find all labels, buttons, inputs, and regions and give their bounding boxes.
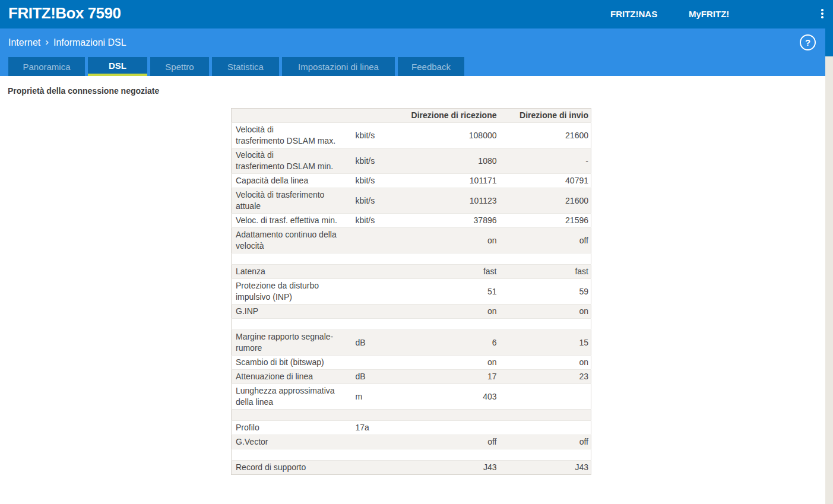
row-send-value: 23 xyxy=(497,370,591,384)
spacer-cell xyxy=(232,319,591,330)
row-label: Attenuazione di linea xyxy=(232,370,351,384)
table-spacer-row xyxy=(232,319,591,330)
row-unit: kbit/s xyxy=(351,174,404,188)
row-label: Protezione da disturbo impulsivo (INP) xyxy=(232,279,351,305)
row-receive-value xyxy=(404,421,497,435)
row-unit: dB xyxy=(351,330,404,356)
row-unit xyxy=(351,435,404,449)
row-send-value: fast xyxy=(497,265,591,279)
app-header: FRITZ!Box 7590 FRITZ!NAS MyFRITZ! xyxy=(0,0,833,28)
row-label: G.Vector xyxy=(232,435,351,449)
row-send-value: - xyxy=(497,148,591,174)
row-unit: m xyxy=(351,384,404,410)
row-send-value: off xyxy=(497,435,591,449)
tab-impostazioni-di-linea[interactable]: Impostazioni di linea xyxy=(282,57,395,76)
table-row: Veloc. di trasf. effettiva min.kbit/s378… xyxy=(232,214,591,228)
table-row: G.INPonon xyxy=(232,305,591,319)
row-receive-value: 37896 xyxy=(404,214,497,228)
subheader: Internet › Informazioni DSL ? Panoramica… xyxy=(0,28,825,76)
row-receive-value: on xyxy=(404,228,497,253)
tab-statistica[interactable]: Statistica xyxy=(212,57,279,76)
breadcrumb-page: Informazioni DSL xyxy=(53,37,126,48)
row-unit: kbit/s xyxy=(351,148,404,174)
spacer-cell xyxy=(232,410,591,421)
row-label: Margine rapporto segnale-rumore xyxy=(232,330,351,356)
table-row: Scambio di bit (bitswap)onon xyxy=(232,356,591,370)
table-spacer-row xyxy=(232,449,591,461)
row-label: Velocità di trasferimento DSLAM max. xyxy=(232,123,351,148)
column-header-send: Direzione di invio xyxy=(497,109,591,123)
breadcrumb: Internet › Informazioni DSL xyxy=(8,28,126,56)
row-receive-value: 1080 xyxy=(404,148,497,174)
row-receive-value: 6 xyxy=(404,330,497,356)
header-unit-col xyxy=(351,109,404,123)
row-unit xyxy=(351,228,404,253)
row-unit xyxy=(351,279,404,305)
row-send-value xyxy=(497,384,591,410)
row-unit: dB xyxy=(351,370,404,384)
app-title: FRITZ!Box 7590 xyxy=(8,4,121,23)
row-receive-value: J43 xyxy=(404,461,497,475)
table-row: Capacità della lineakbit/s10117140791 xyxy=(232,174,591,188)
row-send-value: J43 xyxy=(497,461,591,475)
table-row: Latenzafastfast xyxy=(232,265,591,279)
row-send-value: 15 xyxy=(497,330,591,356)
row-receive-value: off xyxy=(404,435,497,449)
row-unit xyxy=(351,356,404,370)
row-receive-value: 108000 xyxy=(404,123,497,148)
row-receive-value: 51 xyxy=(404,279,497,305)
table-row: Profilo17a xyxy=(232,421,591,435)
help-icon[interactable]: ? xyxy=(800,34,816,50)
nav-myfritz-link[interactable]: MyFRITZ! xyxy=(689,9,729,19)
row-receive-value: 17 xyxy=(404,370,497,384)
row-send-value: 21600 xyxy=(497,188,591,214)
chevron-right-icon: › xyxy=(45,36,49,48)
row-receive-value: 101123 xyxy=(404,188,497,214)
table-row: Adattamento continuo della velocitàonoff xyxy=(232,228,591,253)
row-receive-value: fast xyxy=(404,265,497,279)
row-unit xyxy=(351,265,404,279)
table-row: G.Vectoroffoff xyxy=(232,435,591,449)
table-header-row: Direzione di ricezione Direzione di invi… xyxy=(232,109,591,123)
row-unit xyxy=(351,305,404,319)
spacer-cell xyxy=(232,253,591,265)
header-label-col xyxy=(232,109,351,123)
row-label: Lunghezza approssimativa della linea xyxy=(232,384,351,410)
row-label: Profilo xyxy=(232,421,351,435)
tab-spettro[interactable]: Spettro xyxy=(150,57,209,76)
tab-bar: PanoramicaDSLSpettroStatisticaImpostazio… xyxy=(8,57,464,76)
main-content: Proprietà della connessione negoziate Di… xyxy=(0,76,825,504)
kebab-menu-icon[interactable] xyxy=(819,9,826,21)
tab-feedback[interactable]: Feedback xyxy=(398,57,464,76)
row-receive-value: 403 xyxy=(404,384,497,410)
row-label: Record di supporto xyxy=(232,461,351,475)
row-label: Velocità di trasferimento attuale xyxy=(232,188,351,214)
scrollbar-track[interactable] xyxy=(825,28,833,504)
row-send-value: 21596 xyxy=(497,214,591,228)
row-receive-value: 101171 xyxy=(404,174,497,188)
row-send-value xyxy=(497,421,591,435)
table-row: Lunghezza approssimativa della lineam403 xyxy=(232,384,591,410)
tab-panoramica[interactable]: Panoramica xyxy=(8,57,85,76)
row-unit: kbit/s xyxy=(351,214,404,228)
table-row: Attenuazione di lineadB1723 xyxy=(232,370,591,384)
row-send-value: off xyxy=(497,228,591,253)
table-spacer-row xyxy=(232,410,591,421)
nav-fritznas-link[interactable]: FRITZ!NAS xyxy=(610,9,657,19)
tab-dsl[interactable]: DSL xyxy=(88,57,147,76)
row-label: Latenza xyxy=(232,265,351,279)
table-row: Velocità di trasferimento attualekbit/s1… xyxy=(232,188,591,214)
row-label: Velocità di trasferimento DSLAM min. xyxy=(232,148,351,174)
row-send-value: 59 xyxy=(497,279,591,305)
row-send-value: 21600 xyxy=(497,123,591,148)
row-label: Scambio di bit (bitswap) xyxy=(232,356,351,370)
row-unit: kbit/s xyxy=(351,123,404,148)
row-label: G.INP xyxy=(232,305,351,319)
row-receive-value: on xyxy=(404,305,497,319)
row-unit: kbit/s xyxy=(351,188,404,214)
page-title: Proprietà della connessione negoziate xyxy=(8,86,159,96)
row-send-value: on xyxy=(497,305,591,319)
breadcrumb-section[interactable]: Internet xyxy=(8,37,40,48)
row-label: Veloc. di trasf. effettiva min. xyxy=(232,214,351,228)
table-row: Protezione da disturbo impulsivo (INP)51… xyxy=(232,279,591,305)
